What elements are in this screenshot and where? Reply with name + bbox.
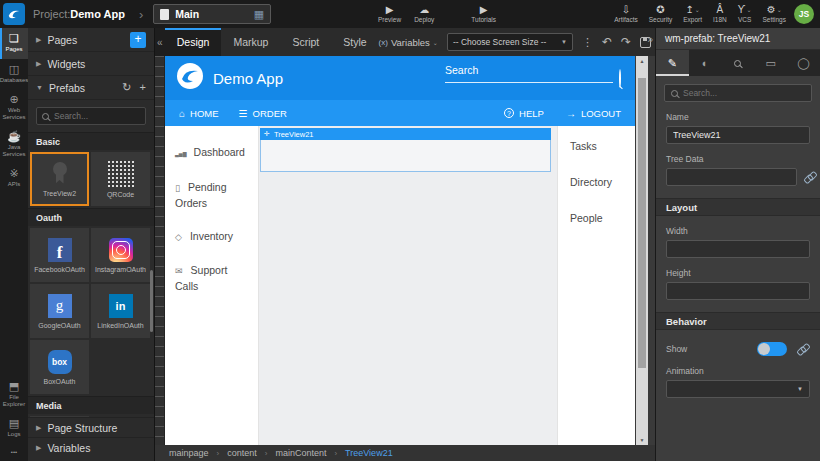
- show-toggle[interactable]: [757, 342, 787, 356]
- tab-markup[interactable]: Markup: [221, 28, 280, 56]
- property-search-input[interactable]: [683, 88, 793, 98]
- prefab-search-input[interactable]: [54, 111, 144, 121]
- wavemaker-logo-icon[interactable]: [3, 3, 25, 25]
- undo-icon[interactable]: ↶: [602, 36, 612, 48]
- inspector-tab-touch[interactable]: ◯: [787, 50, 820, 76]
- expand-right-panel-button[interactable]: »: [647, 34, 653, 45]
- section-page-structure[interactable]: ▶ Page Structure: [28, 417, 154, 437]
- breadcrumb-mainpage[interactable]: mainpage: [169, 448, 209, 458]
- widget-selection-bar[interactable]: ✛ TreeView21: [260, 128, 551, 140]
- rail-item-more[interactable]: •••: [0, 444, 28, 461]
- settings-button[interactable]: ⚙⌄ Settings: [763, 5, 787, 23]
- search-icon[interactable]: [619, 70, 621, 88]
- treeview-widget[interactable]: ✛ TreeView21: [260, 128, 551, 172]
- rail-item-java-services[interactable]: ☕ Java Services: [0, 126, 28, 163]
- add-prefab-icon[interactable]: +: [140, 81, 146, 94]
- section-prefabs[interactable]: ▼ Prefabs ↻ +: [28, 76, 154, 100]
- variables-dropdown[interactable]: (x) Variables ⌄: [379, 37, 438, 48]
- deploy-button[interactable]: ☁ Deploy: [414, 5, 434, 23]
- app-header[interactable]: Demo App Search: [165, 56, 635, 100]
- more-options-icon[interactable]: ⋮: [582, 37, 593, 48]
- name-field[interactable]: [666, 126, 810, 144]
- section-pages[interactable]: ▶ Pages +: [28, 28, 154, 52]
- height-field[interactable]: [666, 282, 810, 300]
- prefab-tile-googleoauth[interactable]: g GoogleOAuth: [30, 284, 89, 338]
- redo-icon[interactable]: ↷: [621, 36, 631, 48]
- vcs-button[interactable]: Ƴ⌄ VCS: [738, 5, 752, 23]
- nav-order[interactable]: ☰ ORDER: [239, 108, 287, 119]
- app-main-content[interactable]: ✛ TreeView21: [259, 126, 558, 445]
- canvas-toolbar: « Design Markup Script Style (x) Variabl…: [155, 28, 655, 56]
- chevron-right-icon: ›: [334, 449, 337, 458]
- rail-item-databases[interactable]: ◫ Databases: [0, 59, 28, 90]
- list-item-tasks[interactable]: Tasks: [570, 140, 635, 152]
- width-field[interactable]: [666, 240, 810, 258]
- caret-down-icon: ⌄: [695, 5, 700, 15]
- property-search[interactable]: [664, 84, 812, 102]
- rail-item-web-services[interactable]: ⊕ Web Services: [0, 89, 28, 126]
- panel-scrollbar[interactable]: [150, 270, 153, 332]
- section-widgets[interactable]: ▶ Widgets: [28, 52, 154, 76]
- database-icon: ◫: [9, 64, 19, 75]
- canvas-page[interactable]: Demo App Search ⌂ HOME ☰ ORDER ? HELP: [165, 56, 635, 445]
- breadcrumb-maincontent[interactable]: mainContent: [275, 448, 326, 458]
- collapse-left-panel-button[interactable]: «: [155, 28, 165, 56]
- add-page-button[interactable]: +: [130, 32, 146, 48]
- prefab-tile-qrcode[interactable]: QRCode: [91, 152, 150, 206]
- menu-item-inventory[interactable]: ◇Inventory: [165, 220, 258, 254]
- scrollbar-thumb[interactable]: [638, 78, 646, 368]
- tab-design[interactable]: Design: [165, 28, 222, 56]
- app-search-field[interactable]: Search: [445, 64, 613, 83]
- chart-icon: ▃▅▇: [175, 151, 187, 157]
- prefab-tile-linkedinoauth[interactable]: in LinkedInOAuth: [91, 284, 150, 338]
- nav-help[interactable]: ? HELP: [504, 108, 544, 119]
- inspector-tab-properties[interactable]: ✎: [656, 50, 689, 76]
- rail-item-logs[interactable]: ▤ Logs: [0, 413, 28, 444]
- tab-style[interactable]: Style: [331, 28, 378, 56]
- user-avatar[interactable]: JS: [794, 4, 814, 24]
- breadcrumb: mainpage › content › mainContent › TreeV…: [155, 445, 655, 461]
- prefab-search[interactable]: [36, 107, 146, 125]
- list-item-people[interactable]: People: [570, 212, 635, 224]
- nav-logout[interactable]: → LOGOUT: [566, 108, 621, 119]
- canvas-scrollbar[interactable]: ▲ ▼: [636, 56, 648, 445]
- inspector-tab-events[interactable]: [722, 50, 755, 76]
- breadcrumb-treeview21[interactable]: TreeView21: [345, 448, 393, 458]
- bind-icon[interactable]: [804, 171, 817, 183]
- export-button[interactable]: ↥⌄ Export: [683, 5, 702, 23]
- tutorials-button[interactable]: ▶ Tutorials: [471, 5, 496, 23]
- rail-item-apis[interactable]: ※ APIs: [0, 163, 28, 194]
- section-variables[interactable]: ▶ Variables: [28, 437, 154, 457]
- prefab-tile-boxoauth[interactable]: box BoxOAuth: [30, 340, 89, 394]
- menu-item-support-calls[interactable]: ✉Support Calls: [165, 254, 258, 303]
- menu-item-pending-orders[interactable]: ▯Pending Orders: [165, 171, 258, 220]
- inspector-tab-styles[interactable]: ◐: [689, 50, 722, 76]
- breadcrumb-content[interactable]: content: [227, 448, 257, 458]
- refresh-icon[interactable]: ↻: [122, 81, 131, 94]
- app-left-menu: ▃▅▇Dashboard ▯Pending Orders ◇Inventory …: [165, 126, 259, 445]
- tab-script[interactable]: Script: [280, 28, 331, 56]
- scroll-up-icon[interactable]: ▲: [636, 58, 648, 64]
- artifacts-button[interactable]: ⇩ Artifacts: [614, 5, 637, 23]
- rail-item-pages[interactable]: ❏ Pages: [0, 28, 28, 59]
- animation-select[interactable]: ▼: [666, 380, 810, 398]
- tree-data-field[interactable]: [666, 168, 797, 186]
- page-selector[interactable]: Main ▦: [153, 4, 271, 24]
- screen-size-select[interactable]: -- Choose Screen Size -- ▼: [447, 33, 573, 51]
- security-button[interactable]: ✪ Security: [649, 5, 672, 23]
- app-logo-icon: [177, 63, 203, 93]
- widget-body[interactable]: [260, 140, 551, 172]
- i18n-button[interactable]: Â I18N: [713, 5, 727, 23]
- inspector-tab-device[interactable]: ▭: [754, 50, 787, 76]
- rail-item-file-explorer[interactable]: ⬒ File Explorer: [0, 376, 28, 413]
- bind-icon[interactable]: [797, 343, 810, 355]
- list-item-directory[interactable]: Directory: [570, 176, 635, 188]
- scroll-down-icon[interactable]: ▼: [636, 437, 648, 443]
- export-icon: ↥: [685, 5, 693, 15]
- nav-home[interactable]: ⌂ HOME: [179, 108, 219, 119]
- prefab-tile-facebookoauth[interactable]: f FacebookOAuth: [30, 228, 89, 282]
- prefab-tile-treeview2[interactable]: TreeView2: [30, 152, 89, 206]
- menu-item-dashboard[interactable]: ▃▅▇Dashboard: [165, 136, 258, 171]
- prefab-tile-instagramoauth[interactable]: InstagramOAuth: [91, 228, 150, 282]
- preview-button[interactable]: ▶ Preview: [378, 5, 401, 23]
